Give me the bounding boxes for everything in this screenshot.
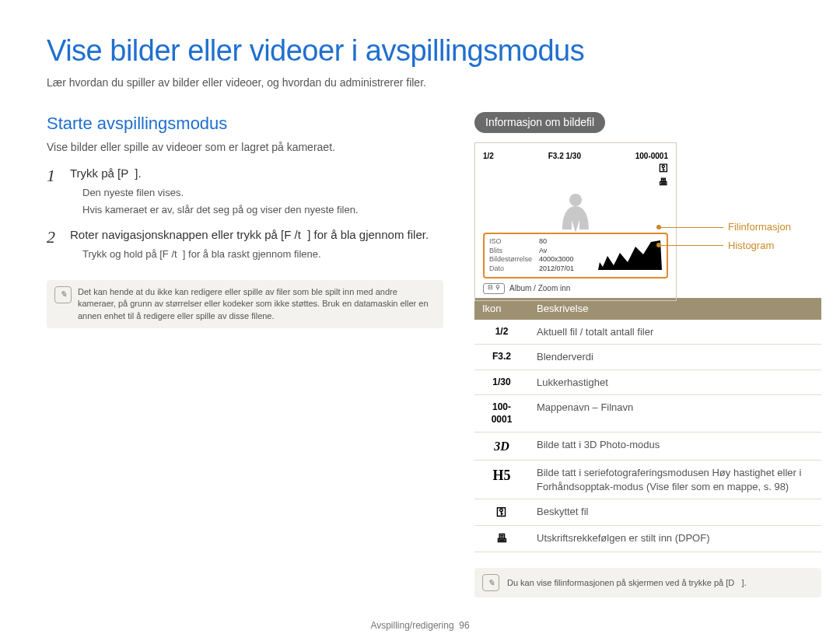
- file-info-box: ISO80 BlitsAv Bildestørrelse4000x3000 Da…: [483, 233, 668, 278]
- icon-table: Ikon Beskrivelse 1/2Aktuell fil / totalt…: [474, 298, 821, 552]
- table-icon-cell: 1/30: [474, 370, 529, 395]
- callout-fileinfo: Filinformasjon: [728, 220, 791, 234]
- table-desc-cell: Bilde tatt i seriefotograferingsmodusen …: [529, 461, 821, 499]
- step-2: 2 Roter navigasjonsknappen eller trykk p…: [47, 227, 443, 264]
- callout-line: [661, 227, 723, 228]
- table-desc-cell: Lukkerhastighet: [529, 370, 821, 395]
- size-label: Bildestørrelse: [489, 255, 532, 264]
- iso-value: 80: [539, 237, 547, 247]
- iso-label: ISO: [489, 237, 502, 247]
- table-header-icon: Ikon: [474, 298, 529, 320]
- table-desc-cell: Utskriftsrekkefølgen er stilt inn (DPOF): [529, 526, 821, 552]
- table-desc-cell: Mappenavn – Filnavn: [529, 395, 821, 432]
- table-desc-cell: Beskyttet fil: [529, 499, 821, 526]
- step-number: 2: [47, 227, 70, 264]
- step-1-desc-2: Hvis kameraet er av, slår det seg på og …: [82, 203, 443, 217]
- table-icon-cell: 100-0001: [474, 395, 529, 432]
- table-row: H5Bilde tatt i seriefotograferingsmoduse…: [474, 461, 821, 499]
- page-intro: Lær hvordan du spiller av bilder eller v…: [47, 75, 793, 90]
- table-header-desc: Beskrivelse: [529, 298, 821, 320]
- step-1: 1 Trykk på [P ]. Den nyeste filen vises.…: [47, 166, 443, 219]
- flash-label: Blits: [489, 247, 502, 256]
- screen-diagram: 1/2 F3.2 1/30 100-0001 ⚿ 🖶: [474, 142, 677, 301]
- printer-icon: 🖶: [635, 176, 668, 188]
- table-icon-cell: ⚿: [474, 499, 529, 526]
- note-icon: ✎: [482, 574, 499, 591]
- note-box-left: ✎ Det kan hende at du ikke kan redigere …: [47, 280, 443, 328]
- section-heading-left: Starte avspillingsmodus: [47, 112, 443, 135]
- diag-top-right: 100-0001: [635, 152, 668, 160]
- histogram-icon: [592, 239, 662, 270]
- note-box-right: ✎ Du kan vise filinformasjonen på skjerm…: [474, 568, 821, 597]
- table-icon-cell: 1/2: [474, 320, 529, 345]
- table-row: 100-0001Mappenavn – Filnavn: [474, 395, 821, 432]
- table-icon-cell: F3.2: [474, 345, 529, 370]
- page-title: Vise bilder eller videoer i avspillingsm…: [47, 31, 793, 71]
- table-desc-cell: Blenderverdi: [529, 345, 821, 370]
- album-zoom-icon: ⊟ ⚲: [483, 283, 505, 294]
- table-row: 1/2Aktuell fil / totalt antall filer: [474, 320, 821, 345]
- note-text-right: Du kan vise filinformasjonen på skjermen…: [507, 577, 747, 589]
- callout-line: [661, 245, 723, 246]
- date-label: Dato: [489, 264, 504, 274]
- callout-histogram: Histogram: [728, 239, 774, 253]
- footer-pagenum: 96: [459, 620, 469, 631]
- album-zoom-label: Album / Zoom inn: [509, 283, 570, 294]
- table-row: 1/30Lukkerhastighet: [474, 370, 821, 395]
- table-row: F3.2Blenderverdi: [474, 345, 821, 370]
- svg-point-0: [569, 194, 582, 206]
- step-1-title: Trykk på [P ].: [70, 166, 443, 181]
- lock-icon: ⚿: [635, 162, 668, 174]
- step-number: 1: [47, 166, 70, 219]
- info-pill: Informasjon om bildefil: [474, 112, 605, 133]
- table-row: 3DBilde tatt i 3D Photo-modus: [474, 432, 821, 461]
- page-footer: Avspilling/redigering 96: [47, 619, 793, 632]
- date-value: 2012/07/01: [539, 264, 574, 274]
- diag-top-left: 1/2: [483, 151, 494, 188]
- section-sub-left: Vise bilder eller spille av videoer som …: [47, 140, 443, 155]
- note-text-left: Det kan hende at du ikke kan redigere el…: [78, 286, 436, 322]
- diag-top-mid: F3.2 1/30: [548, 151, 581, 188]
- table-icon-cell: 3D: [474, 432, 529, 461]
- flash-value: Av: [539, 247, 547, 256]
- size-value: 4000x3000: [539, 255, 574, 264]
- table-row: 🖶Utskriftsrekkefølgen er stilt inn (DPOF…: [474, 526, 821, 552]
- step-2-desc-1: Trykk og hold på [F /t ] for å bla raskt…: [82, 247, 443, 261]
- step-1-desc-1: Den nyeste filen vises.: [82, 186, 443, 200]
- table-desc-cell: Bilde tatt i 3D Photo-modus: [529, 432, 821, 461]
- photo-silhouette: [556, 190, 595, 233]
- step-2-title: Roter navigasjonsknappen eller trykk på …: [70, 227, 443, 243]
- table-row: ⚿Beskyttet fil: [474, 499, 821, 526]
- note-icon: ✎: [54, 286, 72, 303]
- table-desc-cell: Aktuell fil / totalt antall filer: [529, 320, 821, 345]
- table-icon-cell: 🖶: [474, 526, 529, 552]
- footer-section: Avspilling/redigering: [370, 620, 453, 631]
- table-icon-cell: H5: [474, 461, 529, 499]
